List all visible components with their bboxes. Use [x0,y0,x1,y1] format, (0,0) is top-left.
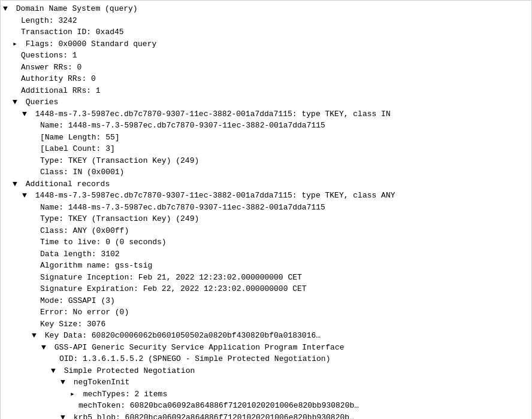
tree-label: Queries [21,96,58,108]
tree-row[interactable]: Time to live: 0 (0 seconds) [1,236,531,248]
tree-toggle[interactable]: ▼ [13,96,20,108]
tree-label: Time to live: 0 (0 seconds) [40,236,167,248]
tree-label: Simple Protected Negotiation [59,365,195,377]
tree-toggle[interactable]: ▼ [22,190,29,202]
tree-toggle[interactable]: ▼ [51,365,58,377]
tree-toggle[interactable]: ▼ [32,330,39,342]
tree-label: 1448-ms-7.3-5987ec.db7c7870-9307-11ec-38… [31,190,395,202]
tree-row[interactable]: Error: No error (0) [1,306,531,318]
tree-label: GSS-API Generic Security Service Applica… [50,342,344,354]
tree-row[interactable]: Signature Expiration: Feb 22, 2022 12:23… [1,283,531,295]
tree-label: Answer RRs: 0 [21,62,81,74]
tree-row[interactable]: Additional RRs: 1 [1,85,531,97]
tree-label: Authority RRs: 0 [21,73,96,85]
tree-label: Class: ANY (0x00ff) [40,225,129,237]
tree-row[interactable]: Signature Inception: Feb 21, 2022 12:23:… [1,272,531,284]
tree-label: mechTypes: 2 items [78,388,167,400]
tree-row[interactable]: [Name Length: 55] [1,132,531,144]
tree-label: Additional RRs: 1 [21,85,101,97]
tree-row[interactable]: Answer RRs: 0 [1,62,531,74]
tree-row[interactable]: Class: IN (0x0001) [1,166,531,178]
tree-toggle[interactable]: ▼ [61,412,68,420]
tree-label: Additional records [21,178,110,190]
tree-row[interactable]: ▼ Queries [1,96,531,108]
tree-row[interactable]: ▼ Domain Name System (query) [1,3,531,15]
tree-row[interactable]: mechToken: 60820bca06092a864886f71201020… [1,400,531,412]
tree-row[interactable]: ▼ 1448-ms-7.3-5987ec.db7c7870-9307-11ec-… [1,190,531,202]
tree-toggle[interactable]: ▸ [13,38,20,50]
tree-toggle[interactable]: ▼ [61,377,68,388]
tree-row[interactable]: Name: 1448-ms-7.3-5987ec.db7c7870-9307-1… [1,120,531,132]
tree-label: negTokenInit [69,377,129,388]
tree-row[interactable]: Class: ANY (0x00ff) [1,225,531,237]
tree-label: OID: 1.3.6.1.5.5.2 (SPNEGO - Simple Prot… [59,353,330,365]
tree-row[interactable]: Data length: 3102 [1,248,531,260]
tree-row[interactable]: Transaction ID: 0xad45 [1,26,531,38]
tree-row[interactable]: ▼ GSS-API Generic Security Service Appli… [1,342,531,354]
tree-row[interactable]: ▼ krb5_blob: 60820bca06092a864886f712010… [1,412,531,420]
tree-toggle[interactable]: ▼ [3,3,10,15]
tree-row[interactable]: ▼ negTokenInit [1,377,531,388]
tree-toggle[interactable]: ▼ [41,342,49,354]
tree-row[interactable]: Type: TKEY (Transaction Key) (249) [1,155,531,167]
tree-label: Mode: GSSAPI (3) [40,295,115,307]
tree-label: [Name Length: 55] [40,132,120,144]
tree-row[interactable]: ▸ mechTypes: 2 items [1,388,531,400]
tree-label: Name: 1448-ms-7.3-5987ec.db7c7870-9307-1… [40,202,325,214]
tree-label: Name: 1448-ms-7.3-5987ec.db7c7870-9307-1… [40,120,325,132]
tree-toggle[interactable]: ▼ [13,178,20,190]
tree-row[interactable]: Length: 3242 [1,15,531,27]
tree-label: Type: TKEY (Transaction Key) (249) [40,155,199,167]
tree-label: Type: TKEY (Transaction Key) (249) [40,213,199,225]
tree-row[interactable]: ▼ Additional records [1,178,531,190]
tree-label: Error: No error (0) [40,306,129,318]
tree-row[interactable]: Questions: 1 [1,50,531,62]
tree-label: Data length: 3102 [40,248,120,260]
tree-label: Class: IN (0x0001) [40,166,124,178]
tree-label: Flags: 0x0000 Standard query [21,38,156,50]
tree-toggle[interactable]: ▸ [70,388,77,400]
tree-row[interactable]: ▼ Key Data: 60820c0006062b0601050502a082… [1,330,531,342]
tree-label: Questions: 1 [21,50,77,62]
tree-row[interactable]: [Label Count: 3] [1,143,531,155]
tree-row[interactable]: ▼ 1448-ms-7.3-5987ec.db7c7870-9307-11ec-… [1,108,531,120]
tree-label: Transaction ID: 0xad45 [21,26,124,38]
tree-row[interactable]: Authority RRs: 0 [1,73,531,85]
tree-row[interactable]: ▼ Simple Protected Negotiation [1,365,531,377]
tree-label: krb5_blob: 60820bca06092a864886f71201020… [69,412,354,420]
tree-label: Key Data: 60820c0006062b0601050502a0820b… [40,330,321,342]
tree-row[interactable]: Mode: GSSAPI (3) [1,295,531,307]
tree-label: Algorithm name: gss-tsig [40,260,152,272]
tree-label: Signature Inception: Feb 21, 2022 12:23:… [40,272,302,284]
tree-label: Length: 3242 [21,15,77,27]
tree-row[interactable]: ▸ Flags: 0x0000 Standard query [1,38,531,50]
tree-label: mechToken: 60820bca06092a864886f71201020… [78,400,359,412]
tree-row[interactable]: OID: 1.3.6.1.5.5.2 (SPNEGO - Simple Prot… [1,353,531,365]
tree-row[interactable]: Type: TKEY (Transaction Key) (249) [1,213,531,225]
tree-toggle[interactable]: ▼ [22,108,29,120]
tree-label: 1448-ms-7.3-5987ec.db7c7870-9307-11ec-38… [31,108,391,120]
tree-label: Domain Name System (query) [11,3,138,15]
tree-label: Signature Expiration: Feb 22, 2022 12:23… [40,283,307,295]
tree-row[interactable]: Name: 1448-ms-7.3-5987ec.db7c7870-9307-1… [1,202,531,214]
packet-tree: ▼ Domain Name System (query)Length: 3242… [0,0,532,419]
tree-row[interactable]: Algorithm name: gss-tsig [1,260,531,272]
tree-label: Key Size: 3076 [40,318,105,330]
tree-row[interactable]: Key Size: 3076 [1,318,531,330]
tree-label: [Label Count: 3] [40,143,115,155]
